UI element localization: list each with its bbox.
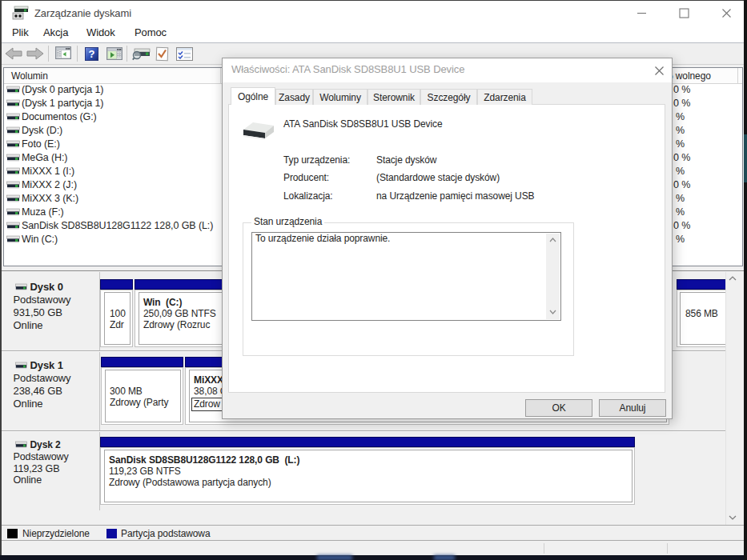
svg-text:?: ? [89,48,95,60]
